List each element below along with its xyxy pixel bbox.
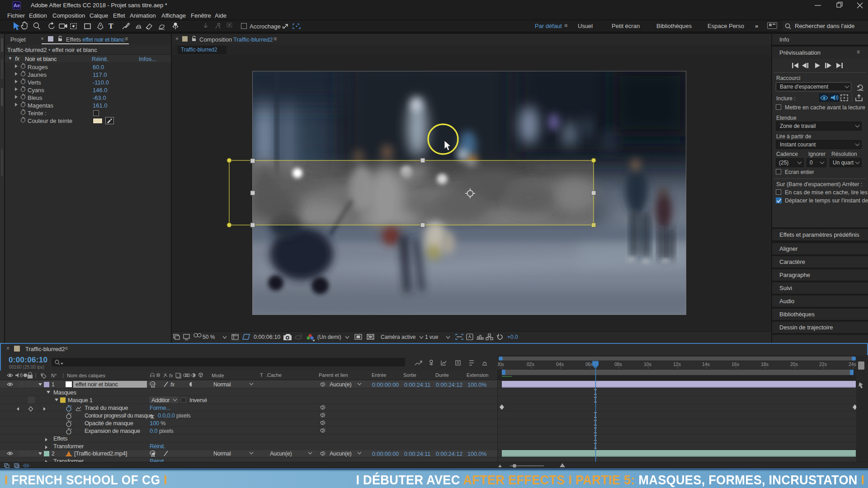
- svg-text:Nom des calques: Nom des calques: [67, 373, 105, 378]
- svg-text:Masques: Masques: [53, 389, 76, 396]
- svg-text:(Un demi): (Un demi): [317, 334, 341, 340]
- svg-text:12s: 12s: [673, 361, 681, 367]
- svg-text:18s: 18s: [761, 361, 769, 367]
- svg-text:pixels: pixels: [159, 427, 174, 434]
- svg-text:50 %: 50 %: [203, 334, 215, 340]
- svg-text:Normal: Normal: [213, 450, 231, 457]
- svg-text:Effets: Effets: [53, 435, 68, 442]
- svg-text:1: 1: [52, 381, 55, 388]
- svg-text:04s: 04s: [556, 361, 564, 367]
- svg-text:20s: 20s: [790, 361, 798, 367]
- svg-text:24s: 24s: [849, 361, 856, 367]
- svg-text:10s: 10s: [644, 361, 651, 367]
- svg-text:Réinit.: Réinit.: [150, 443, 165, 450]
- svg-text:Aucun(e): Aucun(e): [330, 381, 351, 388]
- svg-text:fx: fx: [170, 381, 175, 388]
- svg-text:T: T: [108, 22, 113, 30]
- svg-text:Additior: Additior: [151, 397, 170, 404]
- svg-text:100 %: 100 %: [150, 420, 166, 427]
- svg-text:Transformer: Transformer: [53, 443, 84, 450]
- svg-text:pixels: pixels: [176, 412, 191, 419]
- svg-text:effet noir et blanc: effet noir et blanc: [75, 381, 118, 388]
- svg-text::00s: :00s: [498, 361, 504, 367]
- svg-text:Aucun(e): Aucun(e): [270, 450, 292, 457]
- svg-text:Expansion de masque: Expansion de masque: [85, 427, 140, 434]
- svg-text:Forme...: Forme...: [150, 404, 170, 411]
- svg-text:22s: 22s: [819, 361, 827, 367]
- svg-text:fx: fx: [169, 373, 173, 378]
- svg-text:Caméra active: Caméra active: [381, 334, 416, 340]
- svg-text:06s: 06s: [585, 361, 593, 367]
- svg-text:Tracé du masque: Tracé du masque: [85, 404, 128, 411]
- svg-text:+0.0: +0.0: [507, 334, 518, 340]
- svg-text:N°: N°: [51, 373, 57, 378]
- svg-text:08s: 08s: [614, 361, 622, 367]
- svg-text:Réinit.: Réinit.: [150, 458, 165, 462]
- svg-text:0:00:06:10: 0:00:06:10: [254, 334, 280, 340]
- svg-text:[Traffic-blurred2.mp4]: [Traffic-blurred2.mp4]: [74, 450, 127, 457]
- svg-text:Contour progressif du masque: Contour progressif du masque: [85, 413, 153, 419]
- svg-text:Aucun(e): Aucun(e): [330, 450, 351, 457]
- svg-text:0.0,0.0: 0.0,0.0: [158, 412, 175, 419]
- svg-text:Inversé: Inversé: [189, 397, 207, 404]
- svg-text:Normal: Normal: [213, 381, 231, 388]
- svg-text:Opacité de masque: Opacité de masque: [85, 420, 133, 427]
- svg-text:1 vue: 1 vue: [425, 334, 439, 340]
- svg-text:02s: 02s: [527, 361, 534, 367]
- svg-text:Masque 1: Masque 1: [68, 397, 93, 404]
- svg-text:16s: 16s: [731, 361, 739, 367]
- svg-text:♠: ♠: [152, 450, 155, 457]
- svg-text:0.0: 0.0: [150, 427, 157, 434]
- svg-text:2: 2: [52, 450, 55, 457]
- svg-text:Mode: Mode: [212, 373, 224, 378]
- svg-text:14s: 14s: [702, 361, 710, 367]
- svg-text:Transformer: Transformer: [53, 458, 84, 462]
